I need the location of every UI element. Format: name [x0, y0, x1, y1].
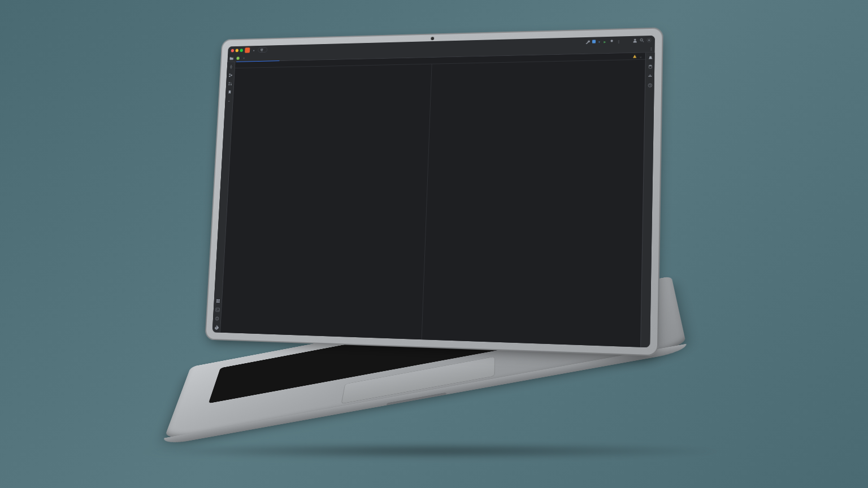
play-icon[interactable]: ▶	[602, 39, 607, 43]
svg-rect-15	[218, 299, 219, 300]
vcs-branch-widget[interactable]	[258, 47, 267, 53]
svg-point-1	[634, 39, 636, 41]
svg-rect-10	[231, 75, 232, 76]
lid-notch	[387, 393, 446, 406]
svg-point-2	[640, 38, 643, 41]
bookmarks-tool-icon[interactable]	[227, 89, 232, 94]
more-icon[interactable]: ⋮	[617, 38, 621, 43]
minimize-window-icon[interactable]	[236, 49, 239, 53]
build-icon[interactable]	[585, 40, 590, 44]
code-content[interactable]	[229, 60, 645, 347]
laptop-lid: ▾ ▾ ▶ ⋮	[205, 27, 663, 356]
svg-rect-14	[216, 299, 218, 300]
svg-rect-26	[650, 76, 652, 77]
zoom-window-icon[interactable]	[240, 49, 243, 52]
profiler-tool-icon[interactable]	[647, 82, 653, 88]
svg-rect-8	[229, 74, 230, 75]
bug-icon[interactable]	[609, 39, 614, 43]
svg-rect-17	[218, 301, 219, 302]
branch-icon	[261, 48, 264, 51]
commit-tool-icon[interactable]	[228, 64, 233, 69]
svg-point-12	[228, 84, 229, 85]
svg-point-11	[228, 82, 229, 83]
more-icon[interactable]: ⋮	[649, 46, 653, 51]
pull-request-icon[interactable]	[227, 81, 232, 86]
svg-point-4	[648, 40, 649, 41]
svg-point-22	[649, 65, 652, 66]
run-config-selector[interactable]: ▾	[592, 40, 600, 43]
project-tool-icon[interactable]	[229, 55, 234, 60]
svg-rect-24	[649, 76, 650, 77]
svg-point-21	[216, 319, 217, 320]
warning-icon	[633, 54, 636, 58]
window-controls	[231, 49, 243, 52]
problems-tool-icon[interactable]	[214, 316, 219, 321]
chevron-down-icon[interactable]: ▾	[252, 48, 256, 53]
services-tool-icon[interactable]	[215, 298, 220, 304]
code-with-me-icon[interactable]	[632, 38, 637, 43]
ide-window: ▾ ▾ ▶ ⋮	[212, 36, 655, 347]
docker-tool-icon[interactable]	[647, 73, 653, 79]
code-editor[interactable]: ⌄	[220, 53, 645, 347]
notifications-tool-icon[interactable]	[647, 55, 653, 60]
laptop-mockup: ▾ ▾ ▶ ⋮	[196, 30, 673, 441]
close-window-icon[interactable]	[231, 49, 235, 53]
camera-dot	[431, 37, 434, 40]
svg-rect-16	[216, 301, 218, 302]
chevron-down-icon: ▾	[598, 40, 600, 43]
search-icon[interactable]	[640, 38, 644, 42]
svg-rect-25	[649, 75, 650, 76]
svg-point-5	[230, 66, 232, 68]
structure-tool-icon[interactable]	[228, 73, 233, 78]
gear-icon[interactable]	[646, 38, 651, 42]
svg-rect-0	[592, 40, 596, 43]
git-tool-icon[interactable]	[214, 325, 219, 330]
close-tab-icon[interactable]: ×	[243, 56, 245, 60]
svg-rect-18	[215, 308, 219, 311]
svg-line-3	[643, 41, 644, 42]
more-tools-icon[interactable]: ⋯	[227, 98, 232, 103]
run-config-icon	[592, 40, 596, 43]
svg-rect-23	[648, 76, 649, 77]
drop-shadow	[132, 443, 735, 458]
twig-file-icon	[236, 56, 240, 60]
inspection-widget[interactable]: ⌄	[633, 54, 641, 58]
project-badge[interactable]	[245, 47, 250, 53]
terminal-tool-icon[interactable]	[215, 307, 220, 312]
svg-point-13	[231, 84, 232, 85]
svg-rect-9	[229, 76, 230, 77]
database-tool-icon[interactable]	[647, 64, 653, 69]
